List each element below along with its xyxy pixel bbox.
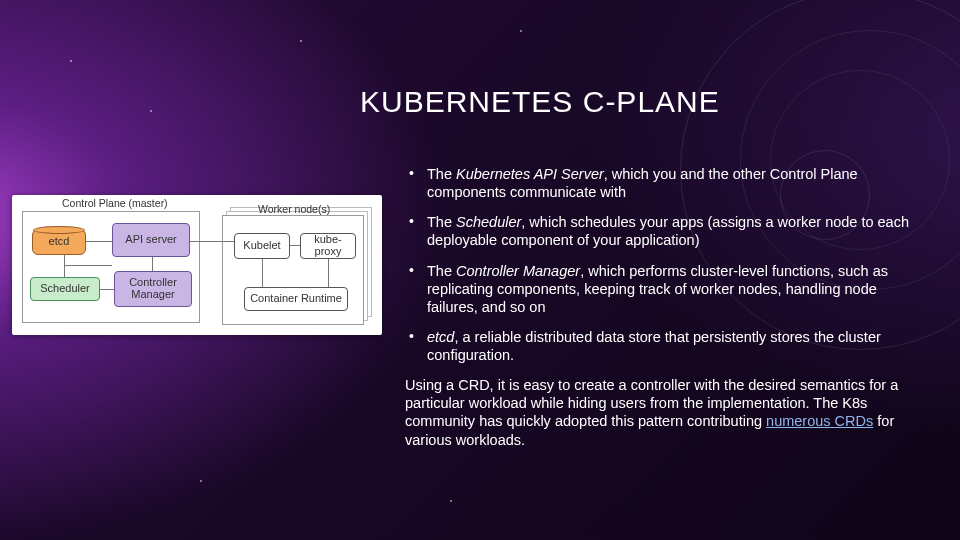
connector-line [328,259,329,287]
slide-body: The Kubernetes API Server, which you and… [405,165,910,449]
connector-line [290,245,300,246]
decor-star [520,30,522,32]
decor-star [450,500,452,502]
worker-nodes-label: Worker node(s) [258,203,330,215]
bullet-term: Scheduler [456,214,521,230]
control-plane-label: Control Plane (master) [62,197,168,209]
slide-title: KUBERNETES C-PLANE [360,85,720,119]
bullet-term: Kubernetes API Server [456,166,604,182]
connector-line [262,259,263,287]
controller-manager-label: Controller Manager [119,277,187,300]
bullet-term: etcd [427,329,454,345]
etcd-box: etcd [32,229,86,255]
etcd-label: etcd [49,236,70,248]
kubelet-box: Kubelet [234,233,290,259]
bullet-item: The Scheduler, which schedules your apps… [405,213,910,249]
kubelet-label: Kubelet [243,240,280,252]
footnote-paragraph: Using a CRD, it is easy to create a cont… [405,376,910,449]
kube-proxy-label: kube-proxy [305,234,351,257]
bullet-item: etcd, a reliable distributed data store … [405,328,910,364]
decor-star [150,110,152,112]
connector-line [100,289,114,290]
scheduler-box: Scheduler [30,277,100,301]
connector-line [64,255,65,277]
bullet-item: The Kubernetes API Server, which you and… [405,165,910,201]
bullet-rest: , a reliable distributed data store that… [427,329,881,363]
kube-proxy-box: kube-proxy [300,233,356,259]
scheduler-label: Scheduler [40,283,90,295]
decor-star [200,480,202,482]
api-server-label: API server [125,234,176,246]
decor-star [300,40,302,42]
connector-line [190,241,234,242]
container-runtime-label: Container Runtime [250,293,342,305]
connector-line [86,241,112,242]
architecture-diagram: Control Plane (master) etcd API server S… [12,195,382,335]
cylinder-top-icon [33,226,85,234]
connector-line [152,257,153,271]
decor-star [70,60,72,62]
bullet-term: Controller Manager [456,263,580,279]
api-server-box: API server [112,223,190,257]
numerous-crds-link[interactable]: numerous CRDs [766,413,873,429]
controller-manager-box: Controller Manager [114,271,192,307]
container-runtime-box: Container Runtime [244,287,348,311]
connector-line [64,265,112,266]
bullet-list: The Kubernetes API Server, which you and… [405,165,910,364]
bullet-item: The Controller Manager, which performs c… [405,262,910,316]
